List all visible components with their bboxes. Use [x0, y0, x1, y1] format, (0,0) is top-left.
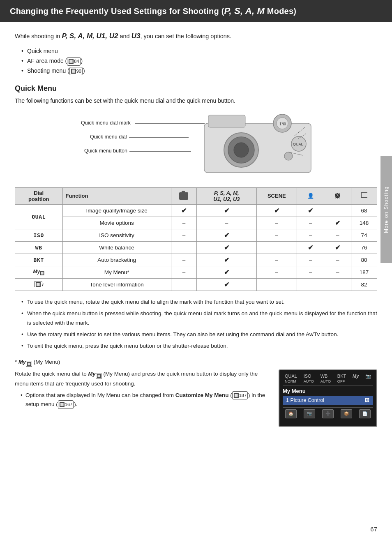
movie-dash-1: –	[324, 204, 351, 217]
cam-check-1: ✔	[171, 204, 197, 217]
my-menu-section: * My🔲 (My Menu) Rotate the quick menu di…	[15, 359, 377, 427]
portrait-check-4: ✔	[297, 241, 324, 254]
svg-text:QUAL: QUAL	[293, 142, 303, 146]
page-container: Changing the Frequently Used Settings fo…	[0, 0, 392, 540]
note-2: When the quick menu button is pressed wh…	[21, 309, 377, 328]
camera-svg: INO QUAL	[200, 111, 319, 177]
func-bkt: Auto bracketing	[62, 254, 171, 266]
movie-check-4: ✔	[324, 241, 351, 254]
cam-dash-5: –	[171, 254, 197, 266]
my-menu-description: Rotate the quick menu dial to My🔲 (My Me…	[15, 369, 270, 409]
intro-bullets: Quick menu AF area mode (🔲84) Shooting m…	[21, 46, 377, 76]
th-movie: 樂	[324, 187, 351, 204]
portrait-dash-7: –	[297, 278, 324, 291]
ref-187: 🔲187	[232, 391, 248, 399]
cam-dash-3: –	[171, 229, 197, 241]
section-title-quick-menu: Quick Menu	[15, 84, 377, 93]
note-1: To use the quick menu, rotate the quick …	[21, 298, 377, 307]
diagram-area: Quick menu dial mark Quick menu dial Qui…	[15, 111, 377, 181]
psamu-dash-2: –	[197, 217, 256, 229]
diagram-labels: Quick menu dial mark Quick menu dial Qui…	[73, 111, 319, 181]
bullet-shooting-menu: Shooting menu (🔲90)	[21, 66, 377, 76]
ss-icon-4: 📦	[341, 409, 352, 418]
ss-icon-2: 📷	[304, 409, 315, 418]
dial-wb: WB	[15, 241, 63, 254]
scene-dash-4: –	[256, 241, 297, 254]
th-book	[351, 187, 377, 204]
ss-my: My	[353, 374, 359, 383]
page-1: 68	[351, 204, 377, 217]
button-text: Quick menu button	[84, 148, 127, 154]
my-menu-bullet-1: Options that are displayed in My Menu ca…	[21, 391, 270, 409]
table-row: QUAL Image quality/Image size ✔ ✔ ✔ ✔ – …	[15, 204, 377, 217]
movie-dash-3: –	[324, 229, 351, 241]
ref-90: 🔲90	[69, 67, 83, 76]
cam-dash-4: –	[171, 241, 197, 254]
th-scene: SCENE	[256, 187, 297, 204]
section-intro-text: The following functions can be set with …	[15, 96, 377, 105]
table-row: BKT Auto bracketing – ✔ – – – 80	[15, 254, 377, 266]
ss-icon-1: 🏠	[285, 409, 297, 418]
ref-84: 🔲84	[67, 57, 80, 66]
portrait-dash-3: –	[297, 229, 324, 241]
cam-dash-2: –	[171, 217, 197, 229]
table-row: 🔲i Tone level information – ✔ – – – 82	[15, 278, 377, 291]
customize-bold: Customize My Menu	[175, 392, 229, 398]
intro-and: and	[118, 33, 131, 39]
movie-check-2: ✔	[324, 217, 351, 229]
page-number: 67	[370, 526, 377, 533]
movie-dash-7: –	[324, 278, 351, 291]
my-menu-screenshot: QUALNORM ISOAUTO WBAUTO BKTOFF My 📷 My M…	[279, 369, 377, 427]
note-3: Use the rotary multi selector to set the…	[21, 330, 377, 339]
cam-dash-6: –	[171, 266, 197, 278]
th-portrait: 👤	[297, 187, 324, 204]
page-2: 148	[351, 217, 377, 229]
portrait-dash-2: –	[297, 217, 324, 229]
ss-iso: ISOAUTO	[304, 374, 314, 383]
screenshot-title: My Menu	[283, 388, 373, 394]
main-content: While shooting in P, S, A, M, U1, U2 and…	[0, 30, 392, 443]
intro-u3: U3	[131, 32, 141, 40]
title-modes: P, S, A, M	[224, 6, 265, 16]
table-row: ISO ISO sensitivity – ✔ – – – 74	[15, 229, 377, 241]
bullet-af-area: AF area mode (🔲84)	[21, 56, 377, 66]
dial-mark-text: Quick menu dial mark	[81, 120, 131, 126]
label-button: Quick menu button	[84, 148, 127, 154]
func-my-menu: My Menu*	[62, 266, 171, 278]
func-wb: White balance	[62, 241, 171, 254]
intro-before: While shooting in	[15, 33, 62, 39]
ss-item-label: 1 Picture Control	[286, 397, 324, 403]
portrait-dash-5: –	[297, 254, 324, 266]
side-tab: More on Shooting	[380, 156, 392, 263]
ss-icon-3: ➕	[322, 409, 334, 418]
portrait-dash-6: –	[297, 266, 324, 278]
func-iso: ISO sensitivity	[62, 229, 171, 241]
svg-point-13	[234, 143, 249, 157]
table-header-row: Dialposition Function P, S, A, M,U1, U2,…	[15, 187, 377, 204]
function-table: Dialposition Function P, S, A, M,U1, U2,…	[15, 187, 377, 291]
func-movie-options: Movie options	[62, 217, 171, 229]
func-image-quality: Image quality/Image size	[62, 204, 171, 217]
psamu-check-1: ✔	[197, 204, 256, 217]
psamu-check-4: ✔	[197, 241, 256, 254]
psamu-check-7: ✔	[197, 278, 256, 291]
scene-dash-6: –	[256, 266, 297, 278]
my-menu-ref-text: * My🔲 (My Menu)	[15, 359, 377, 366]
my-menu-bullets: Options that are displayed in My Menu ca…	[21, 391, 270, 409]
my-menu-intro: Rotate the quick menu dial to My🔲 (My Me…	[15, 369, 270, 388]
dial-text: Quick menu dial	[90, 134, 127, 140]
page-6: 187	[351, 266, 377, 278]
th-psamu: P, S, A, M,U1, U2, U3	[197, 187, 256, 204]
side-tab-label: More on Shooting	[383, 186, 389, 233]
ss-qual: QUALNORM	[285, 374, 297, 383]
ref-167: 🔲167	[58, 400, 74, 408]
notes-list: To use the quick menu, rotate the quick …	[21, 298, 377, 351]
page-5: 80	[351, 254, 377, 266]
ss-item-icon: 🖼	[364, 397, 370, 403]
page-3: 74	[351, 229, 377, 241]
svg-point-10	[284, 152, 293, 160]
th-function: Function	[62, 187, 171, 204]
svg-rect-4	[208, 115, 245, 127]
th-camera	[171, 187, 197, 204]
psamu-check-3: ✔	[197, 229, 256, 241]
